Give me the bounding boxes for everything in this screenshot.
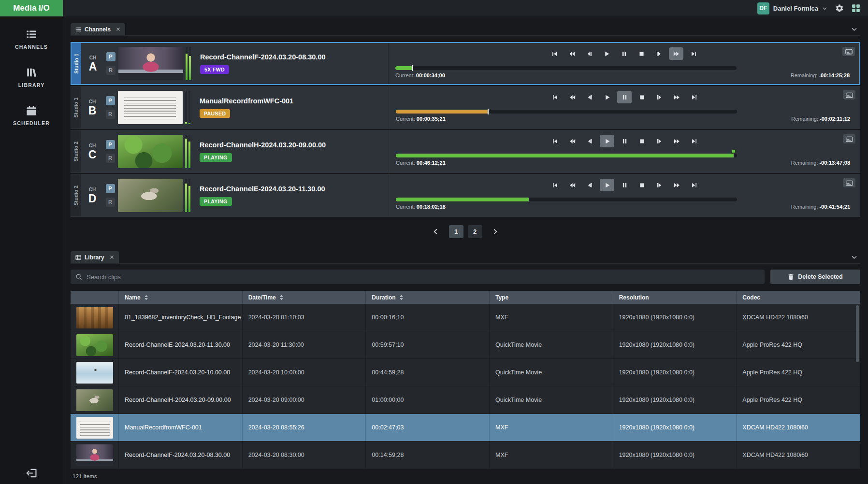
search-input[interactable] [87, 273, 760, 281]
collapse-channels-panel-icon[interactable] [851, 26, 857, 32]
audio-meters [183, 47, 192, 80]
library-row[interactable]: Record-ChannelE-2024.03.20-11.30.00 2024… [71, 331, 860, 359]
sidebar-item-channels[interactable]: CHANNELS [15, 29, 48, 50]
fast-forward-button[interactable] [669, 91, 684, 103]
captions-button[interactable] [842, 47, 855, 56]
pagination-next-button[interactable] [490, 227, 501, 237]
step-forward-button[interactable] [652, 91, 666, 103]
play-button[interactable] [599, 47, 614, 60]
step-forward-button[interactable] [651, 47, 666, 60]
step-back-button[interactable] [582, 135, 597, 147]
collapse-library-panel-icon[interactable] [851, 254, 857, 260]
table-scrollbar[interactable] [856, 304, 860, 468]
column-header-date-time[interactable]: Date/Time [243, 291, 366, 304]
user-menu[interactable]: DF Daniel Formica [757, 2, 827, 14]
fast-forward-button[interactable] [669, 135, 684, 147]
captions-button[interactable] [843, 178, 855, 187]
channel-row[interactable]: Studio 1 CH B P R ManualRecordfromWFC-00… [71, 86, 860, 129]
step-back-button[interactable] [582, 179, 597, 191]
delete-selected-button[interactable]: Delete Selected [770, 270, 860, 284]
clip-thumbnail [76, 444, 113, 466]
fast-forward-button[interactable] [669, 179, 684, 191]
captions-button[interactable] [843, 90, 855, 100]
apps-grid-icon[interactable] [852, 4, 860, 13]
library-row[interactable]: Record-ChannelF-2024.03.20-10.00.00 2024… [71, 359, 860, 386]
channel-row[interactable]: Studio 2 CH D P R Record-ChannelE-2024.0… [71, 174, 860, 217]
step-back-button[interactable] [582, 47, 596, 60]
pagination-page-2[interactable]: 2 [468, 225, 482, 238]
step-forward-button[interactable] [652, 179, 666, 191]
pagination-prev-button[interactable] [431, 227, 441, 237]
column-header-duration[interactable]: Duration [366, 291, 490, 304]
close-icon[interactable] [110, 255, 114, 259]
record-button[interactable]: R [106, 154, 115, 163]
clip-duration: 00:00:16;10 [366, 304, 490, 331]
gear-icon[interactable] [835, 4, 844, 13]
record-button[interactable]: R [106, 198, 115, 207]
channel-row[interactable]: Studio 2 CH C P R Record-ChannelH-2024.0… [71, 130, 860, 173]
skip-start-button[interactable] [548, 91, 562, 103]
sort-icon[interactable] [399, 295, 404, 300]
rewind-button[interactable] [564, 47, 579, 60]
stop-button[interactable] [635, 91, 649, 103]
tab-library[interactable]: Library [71, 251, 119, 263]
column-header-name[interactable]: Name [119, 291, 243, 304]
step-back-button[interactable] [582, 91, 597, 103]
skip-end-button[interactable] [687, 135, 701, 147]
skip-start-button[interactable] [548, 135, 562, 147]
preview-button[interactable]: P [106, 184, 115, 193]
preview-button[interactable]: P [106, 96, 115, 105]
tab-channels[interactable]: Channels [71, 23, 125, 35]
skip-start-button[interactable] [547, 47, 562, 60]
rewind-button[interactable] [565, 91, 579, 103]
sidebar-item-scheduler[interactable]: SCHEDULER [13, 105, 50, 126]
library-row[interactable]: Record-ChannelH-2024.03.20-09.00.00 2024… [71, 386, 860, 414]
captions-button[interactable] [843, 134, 855, 143]
progress-bar[interactable] [396, 198, 737, 201]
preview-button[interactable]: P [106, 52, 116, 61]
column-header-type[interactable]: Type [490, 291, 613, 304]
collapse-sidebar-icon[interactable] [26, 468, 37, 478]
close-icon[interactable] [116, 27, 120, 31]
skip-start-button[interactable] [548, 179, 562, 191]
sort-icon[interactable] [279, 295, 284, 300]
skip-end-button[interactable] [687, 91, 701, 103]
library-row[interactable]: 01_1839682_inventoryCheck_HD_Footage 202… [71, 304, 860, 331]
scrollbar-thumb[interactable] [856, 305, 859, 362]
pause-button[interactable] [617, 91, 632, 103]
pause-button[interactable] [617, 179, 632, 191]
playhead[interactable] [488, 109, 489, 114]
progress-bar[interactable] [396, 154, 737, 157]
skip-end-button[interactable] [687, 179, 701, 191]
library-row[interactable]: ManualRecordfromWFC-001 2024-03-20 08:55… [71, 414, 860, 441]
record-button[interactable]: R [106, 66, 116, 75]
pause-button[interactable] [617, 47, 631, 60]
progress-bar[interactable] [395, 66, 737, 70]
app-logo[interactable]: Media I/O [0, 0, 63, 16]
play-button[interactable] [600, 91, 614, 103]
play-button[interactable] [600, 179, 614, 191]
skip-end-button[interactable] [686, 47, 701, 60]
clip-thumbnail-cell [71, 386, 119, 413]
playhead[interactable] [412, 65, 413, 71]
stop-button[interactable] [634, 47, 649, 60]
sidebar-item-library[interactable]: LIBRARY [18, 67, 45, 88]
rewind-button[interactable] [565, 179, 579, 191]
play-button[interactable] [600, 135, 614, 147]
record-button[interactable]: R [106, 110, 115, 119]
pause-button[interactable] [617, 135, 632, 147]
fast-forward-button[interactable] [669, 47, 683, 60]
step-forward-button[interactable] [652, 135, 666, 147]
transport-controls [396, 91, 853, 103]
sort-icon[interactable] [144, 295, 148, 300]
stop-button[interactable] [635, 135, 649, 147]
column-header-codec[interactable]: Codec [737, 291, 860, 304]
progress-bar[interactable] [396, 110, 737, 114]
rewind-button[interactable] [565, 135, 579, 147]
pagination-page-1[interactable]: 1 [449, 225, 463, 238]
library-row[interactable]: Record-ChannelF-2024.03.20-08.30.00 2024… [71, 441, 860, 469]
stop-button[interactable] [635, 179, 649, 191]
column-header-resolution[interactable]: Resolution [613, 291, 737, 304]
preview-button[interactable]: P [106, 140, 115, 149]
channel-row[interactable]: Studio 1 CH A P R Record-ChannelF-2024.0… [71, 42, 860, 85]
